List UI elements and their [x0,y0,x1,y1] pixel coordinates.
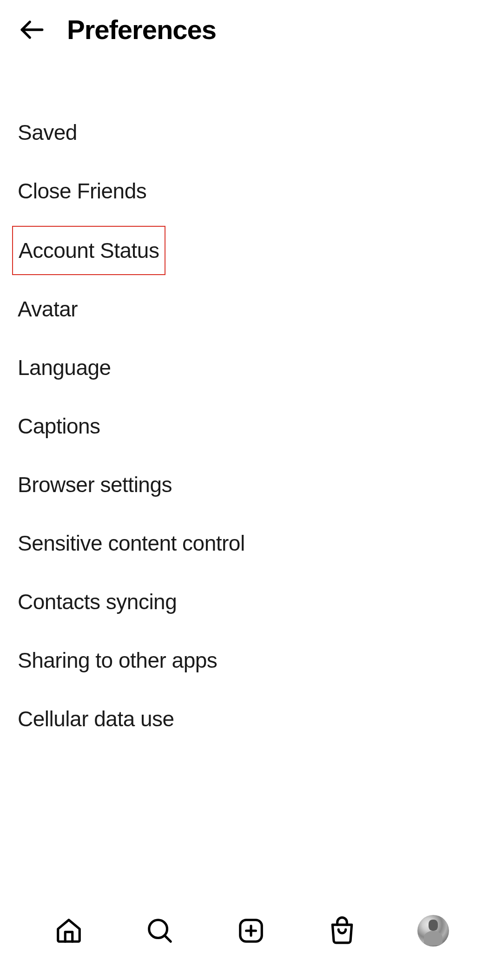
nav-search[interactable] [143,914,177,947]
header: Preferences [0,0,502,59]
preferences-list: Saved Close Friends Account Status Avata… [0,103,502,748]
list-item-browser-settings[interactable]: Browser settings [18,455,484,514]
list-item-cellular-data-use[interactable]: Cellular data use [18,690,484,748]
nav-profile[interactable] [416,914,450,947]
back-button[interactable] [19,16,46,43]
list-item-sharing-to-other-apps[interactable]: Sharing to other apps [18,631,484,690]
arrow-left-icon [19,16,46,43]
home-icon [54,916,83,945]
list-item-account-status[interactable]: Account Status [12,226,165,275]
bottom-nav [0,914,502,947]
list-item-contacts-syncing[interactable]: Contacts syncing [18,572,484,631]
shopping-bag-icon [328,916,357,945]
nav-create[interactable] [234,914,268,947]
list-item-language[interactable]: Language [18,338,484,397]
list-item-saved[interactable]: Saved [18,103,484,162]
search-icon [145,916,174,945]
nav-home[interactable] [52,914,86,947]
nav-shop[interactable] [325,914,359,947]
list-item-sensitive-content-control[interactable]: Sensitive content control [18,514,484,572]
page-title: Preferences [67,14,216,45]
list-item-captions[interactable]: Captions [18,397,484,455]
list-item-avatar[interactable]: Avatar [18,280,484,338]
plus-square-icon [237,916,265,945]
svg-line-2 [165,935,171,941]
list-item-close-friends[interactable]: Close Friends [18,162,484,220]
avatar-icon [417,915,449,947]
